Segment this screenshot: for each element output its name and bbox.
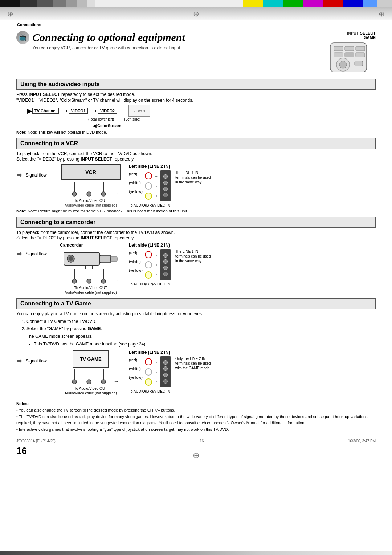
breadcrumb: Connections bbox=[16, 21, 376, 28]
tvgame-step3: This TV/DVD has the GAME mode function (… bbox=[34, 341, 376, 348]
svg-rect-18 bbox=[100, 255, 111, 263]
bottom-band bbox=[0, 551, 392, 555]
svg-rect-19 bbox=[111, 257, 117, 261]
flow-diagram-row2: ◀ ColorStream bbox=[27, 123, 376, 129]
vcr-color-yellow: (yellow) bbox=[129, 189, 143, 194]
tvgame-step1: Connect a TV Game to the TV/DVD. bbox=[26, 318, 376, 325]
svg-point-13 bbox=[72, 192, 77, 196]
page-footer: J5X00301A [E] (P14-25) 16 16/3/06, 3:47 … bbox=[16, 438, 376, 443]
cam-device-label: Camcorder bbox=[60, 243, 83, 248]
section-camcorder-heading: Connecting to a camcorder bbox=[16, 217, 376, 228]
svg-point-34 bbox=[72, 380, 77, 384]
cam-tv-panel bbox=[160, 249, 171, 280]
vcr-jack-red bbox=[145, 172, 152, 179]
tvgame-cable-label: Audio/Video cable (not supplied) bbox=[65, 391, 117, 395]
vcr-cable-label: Audio/Video cable (not supplied) bbox=[65, 203, 117, 207]
flow-diagram-row1: ▶ TV Channel ⟶ VIDEO1 ⟶ VIDEO2 VIDEO1 bbox=[27, 105, 376, 117]
bottom-crosshair: ⊕ bbox=[193, 451, 199, 460]
cam-to-audio-in: To AUDIO(L/R)/VIDEO IN bbox=[129, 282, 170, 286]
svg-text:→: → bbox=[114, 278, 119, 284]
svg-point-14 bbox=[87, 192, 91, 196]
tvgame-color-red: (red) bbox=[129, 358, 143, 362]
svg-rect-1 bbox=[334, 46, 343, 51]
notes-title: Notes: bbox=[16, 401, 29, 406]
cam-color-red: (red) bbox=[129, 251, 143, 255]
section-audio-video: Using the audio/video inputs Press INPUT… bbox=[16, 79, 376, 134]
cam-jack-white bbox=[145, 261, 152, 268]
tvgame-tv-panel bbox=[160, 356, 171, 387]
cam-color-yellow: (yellow) bbox=[129, 268, 143, 272]
notes-section: Notes: • You can also change the TV scre… bbox=[16, 399, 376, 433]
vcr-desc1: To playback from the VCR, connect the VC… bbox=[16, 151, 376, 156]
cam-line1-note: The LINE 1 IN terminals can be used in t… bbox=[175, 249, 213, 263]
vcr-device-box: VCR bbox=[61, 164, 121, 180]
tvgame-signal-flow: ⇒ : Signal flow bbox=[16, 357, 56, 365]
svg-rect-3 bbox=[356, 46, 365, 51]
flow-locations: (Rear lower left) (Left side) bbox=[66, 117, 376, 121]
svg-rect-5 bbox=[345, 53, 354, 57]
svg-rect-4 bbox=[334, 53, 343, 57]
svg-point-28 bbox=[87, 279, 91, 283]
svg-rect-6 bbox=[356, 53, 365, 57]
section-vcr-heading: Connecting to a VCR bbox=[16, 138, 376, 149]
svg-point-35 bbox=[87, 380, 91, 384]
vcr-line1-note: The LINE 1 IN terminals can be used in t… bbox=[175, 170, 213, 185]
vcr-signal-flow: ⇒ : Signal flow bbox=[16, 171, 56, 179]
cam-jack-red bbox=[145, 251, 152, 258]
audio-desc1: Press INPUT SELECT repeatedly to select … bbox=[16, 92, 376, 97]
vcr-color-white: (white) bbox=[129, 181, 143, 185]
svg-point-15 bbox=[101, 192, 106, 196]
vcr-color-red: (red) bbox=[129, 172, 143, 176]
note2: • The TV/DVD can also be used as a displ… bbox=[16, 414, 376, 426]
title-icon: 📺 bbox=[16, 31, 29, 44]
tvgame-desc1: You can enjoy playing a TV game on the s… bbox=[16, 311, 376, 316]
page-title: Connecting to optional equipment bbox=[32, 32, 185, 43]
tvgame-step2: Select the "GAME" by pressing GAME. The … bbox=[26, 325, 376, 348]
tvgame-jack-yellow bbox=[145, 378, 152, 386]
tvgame-line2-note: Only the LINE 2 IN terminals can be used… bbox=[175, 356, 213, 370]
footer-left: J5X00301A [E] (P14-25) bbox=[16, 439, 56, 443]
tvgame-color-white: (white) bbox=[129, 366, 143, 371]
tvgame-jack-red bbox=[145, 358, 152, 365]
section-camcorder: Connecting to a camcorder To playback fr… bbox=[16, 217, 376, 295]
tvgame-color-yellow: (yellow) bbox=[129, 375, 143, 380]
audio-note: Note: Note: This key will not operate in… bbox=[16, 130, 376, 134]
page-subtitle: You can enjoy VCR, camcorder or TV game … bbox=[32, 45, 303, 50]
color-bar-top bbox=[0, 0, 392, 7]
cam-desc1: To playback from the camcorder, connect … bbox=[16, 230, 376, 235]
cam-to-audio: To Audio/Video OUT bbox=[74, 286, 107, 290]
svg-point-27 bbox=[72, 279, 77, 283]
audio-desc2: "VIDEO1", "VIDEO2", "ColorStream" or TV … bbox=[16, 98, 376, 103]
svg-point-36 bbox=[101, 380, 106, 384]
tvgame-left-side-label: Left side (LINE 2 IN) bbox=[129, 350, 170, 355]
vcr-jack-white bbox=[145, 182, 152, 190]
cam-left-side-label: Left side (LINE 2 IN) bbox=[129, 243, 170, 248]
section-vcr: Connecting to a VCR To playback from the… bbox=[16, 138, 376, 213]
tvgame-jack-white bbox=[145, 368, 152, 376]
top-band: ⊕ ⊕ ⊕ bbox=[0, 7, 392, 20]
svg-point-8 bbox=[339, 61, 347, 68]
tvgame-device-box: TV GAME bbox=[73, 350, 109, 368]
cam-jack-yellow bbox=[145, 271, 152, 279]
note3: • Interactive video games that involve s… bbox=[16, 426, 376, 433]
cam-cable-label: Audio/Video cable (not supplied) bbox=[65, 291, 117, 295]
tvgame-to-audio: To Audio/Video OUT bbox=[74, 386, 107, 390]
svg-point-29 bbox=[101, 279, 106, 283]
note1: • You can also change the TV screen to t… bbox=[16, 407, 376, 414]
vcr-to-audio-in: To AUDIO(L/R)/VIDEO IN bbox=[129, 203, 170, 207]
remote-illustration: INPUT SELECT GAME bbox=[307, 31, 376, 74]
svg-point-21 bbox=[69, 256, 73, 261]
svg-rect-9 bbox=[355, 61, 363, 66]
svg-text:→: → bbox=[114, 378, 119, 384]
section-tvgame: Connecting to a TV Game You can enjoy pl… bbox=[16, 298, 376, 395]
cam-color-white: (white) bbox=[129, 259, 143, 264]
section-tvgame-heading: Connecting to a TV Game bbox=[16, 298, 376, 309]
tvgame-to-audio-in: To AUDIO(L/R)/VIDEO IN bbox=[129, 389, 170, 393]
vcr-jack-yellow bbox=[145, 193, 152, 200]
footer-right: 16/3/06, 3:47 PM bbox=[348, 439, 376, 443]
svg-text:→: → bbox=[114, 191, 119, 197]
vcr-desc2: Select the "VIDEO2" by pressing INPUT SE… bbox=[16, 157, 376, 162]
svg-rect-2 bbox=[345, 46, 354, 51]
footer-center: 16 bbox=[200, 439, 204, 443]
section-audio-heading: Using the audio/video inputs bbox=[16, 79, 376, 90]
